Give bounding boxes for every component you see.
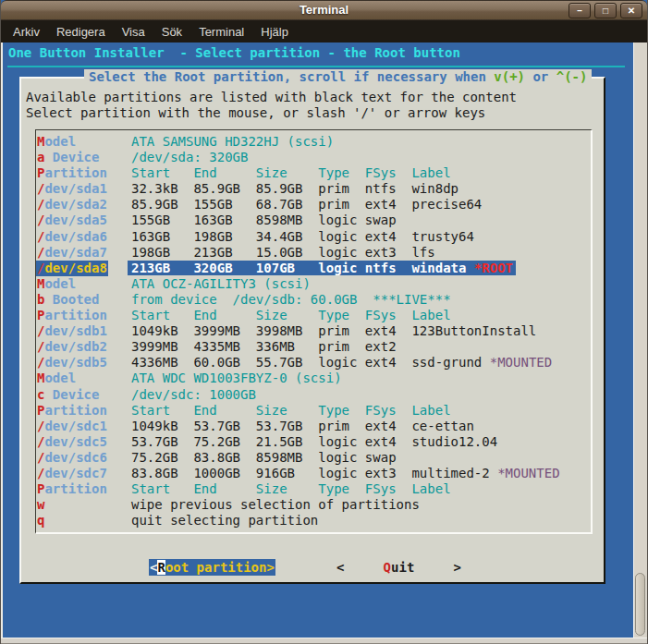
menu-bar: Arkiv Redigera Visa Sök Terminal Hjälp <box>1 20 647 43</box>
list-row-quit[interactable]: qquit selecting partition <box>36 513 591 529</box>
list-row-sda5[interactable]: /dev/sda5155GB 163GB 8598MB logic swap <box>36 213 591 228</box>
row-tag: /dev/sda5 <box>37 213 131 228</box>
list-row-sda2[interactable]: /dev/sda285.9GB 155GB 68.7GB prim ext4 p… <box>36 197 591 213</box>
list-row-partition-header: PartitionStart End Size Type FSys Label <box>36 165 591 181</box>
scroll-up-hint: ^(-) <box>556 69 588 84</box>
terminal-screen: One Button Installer - Select partition … <box>1 43 633 638</box>
row-tag: /dev/sdb5 <box>37 355 131 371</box>
row-tag: /dev/sdc1 <box>37 419 131 434</box>
row-tag: /dev/sda2 <box>37 197 131 213</box>
list-row-booted: b Bootedfrom device /dev/sdb: 60.0GB ***… <box>36 292 591 308</box>
partition-list: ModelATA SAMSUNG HD322HJ (scsi) a Device… <box>35 129 593 534</box>
backtitle-separator <box>7 66 625 67</box>
list-row-sdc1[interactable]: /dev/sdc11049kB 53.7GB 53.7GB prim ext4 … <box>36 419 591 434</box>
maximize-icon: □ <box>603 6 608 16</box>
list-row-device: c Device/dev/sdc: 1000GB <box>36 387 591 403</box>
close-icon: ✕ <box>628 6 635 16</box>
dialog-title: Select the Root partition, scroll if nec… <box>84 69 592 84</box>
list-row-sda1[interactable]: /dev/sda132.3kB 85.9GB 85.9GB prim ntfs … <box>36 181 591 197</box>
help-line-1: Available partitions are listed with bla… <box>26 90 517 104</box>
row-tag: /dev/sdc6 <box>37 450 131 466</box>
list-row-sda8-selected[interactable]: /dev/sda8213GB 320GB 107GB logic ntfs wi… <box>36 261 591 276</box>
minimize-button[interactable]: – <box>569 3 591 18</box>
minimize-icon: – <box>577 6 582 16</box>
list-row-sdc6[interactable]: /dev/sdc675.2GB 83.8GB 8598MB logic swap <box>36 450 591 466</box>
backtitle: One Button Installer - Select partition … <box>8 45 460 60</box>
scroll-down-hint: v(+) <box>494 69 525 84</box>
row-tag: Model <box>37 371 131 386</box>
row-tag: /dev/sda7 <box>37 245 131 261</box>
menu-item-terminal[interactable]: Terminal <box>190 22 252 42</box>
list-row-sdc5[interactable]: /dev/sdc553.7GB 75.2GB 21.5GB logic ext4… <box>36 434 591 450</box>
window-bottom-frame <box>1 638 647 644</box>
row-tag: /dev/sdb2 <box>37 339 131 355</box>
help-line-2: Select partition with the mouse, or slas… <box>26 105 485 120</box>
row-tag: w <box>37 497 131 513</box>
row-tag: /dev/sda8 <box>37 261 131 276</box>
row-tag: Partition <box>37 403 131 419</box>
row-tag: /dev/sdc5 <box>37 434 131 450</box>
row-tag: /dev/sdc7 <box>37 466 131 481</box>
maximize-button[interactable]: □ <box>594 3 617 18</box>
list-row-sdb5[interactable]: /dev/sdb54336MB 60.0GB 55.7GB logic ext4… <box>36 355 591 371</box>
row-tag: c Device <box>37 387 131 403</box>
menu-item-arkiv[interactable]: Arkiv <box>5 22 48 42</box>
row-tag: b Booted <box>37 292 131 308</box>
list-row-sdc7[interactable]: /dev/sdc783.8GB 1000GB 916GB logic ext3 … <box>36 466 591 481</box>
list-row-sda6[interactable]: /dev/sda6163GB 198GB 34.4GB logic ext4 t… <box>36 229 591 245</box>
list-row-model: ModelATA SAMSUNG HD322HJ (scsi) <box>36 134 591 150</box>
row-tag: Partition <box>37 165 131 181</box>
list-row-partition-header: PartitionStart End Size Type FSys Label <box>36 308 591 323</box>
list-row-model: ModelATA OCZ-AGILITY3 (scsi) <box>36 276 591 292</box>
list-row-partition-header: PartitionStart End Size Type FSys Label <box>36 403 591 419</box>
terminal-window: Terminal – □ ✕ Arkiv Redigera Visa Sök T… <box>0 0 648 644</box>
close-button[interactable]: ✕ <box>620 3 642 18</box>
row-tag: Partition <box>37 308 131 323</box>
mounted-flag: *MOUNTED <box>497 466 559 480</box>
scrollbar-thumb[interactable] <box>635 573 645 636</box>
partition-dialog: Select the Root partition, scroll if nec… <box>19 77 605 584</box>
row-tag: a Device <box>37 150 131 165</box>
row-tag: q <box>37 513 131 529</box>
list-row-sda7[interactable]: /dev/sda7198GB 213GB 15.0GB logic ext3 l… <box>36 245 591 261</box>
root-partition-button[interactable]: <Root partition> <box>149 559 275 576</box>
row-tag: Model <box>37 134 131 150</box>
menu-item-visa[interactable]: Visa <box>114 22 153 42</box>
terminal-scrollbar[interactable] <box>633 43 647 638</box>
list-row-wipe[interactable]: wwipe previous selection of partitions <box>36 497 591 513</box>
menu-item-redigera[interactable]: Redigera <box>48 22 114 42</box>
menu-item-sok[interactable]: Sök <box>153 22 190 42</box>
window-titlebar[interactable]: Terminal – □ ✕ <box>1 0 647 20</box>
row-tag: Partition <box>37 481 131 497</box>
list-row-sdb1[interactable]: /dev/sdb11049kB 3999MB 3998MB prim ext4 … <box>36 323 591 339</box>
mounted-flag: *MOUNTED <box>490 355 552 370</box>
row-tag: /dev/sda1 <box>37 181 131 197</box>
row-tag: /dev/sdb1 <box>37 323 131 339</box>
menu-item-hjalp[interactable]: Hjälp <box>252 22 297 42</box>
window-title: Terminal <box>1 3 647 17</box>
row-tag: /dev/sda6 <box>37 229 131 245</box>
root-flag: *ROOT <box>474 261 513 275</box>
list-row-partition-header: PartitionStart End Size Type FSys Label <box>36 481 591 497</box>
list-row-model: ModelATA WDC WD1003FBYZ-0 (scsi) <box>36 371 591 386</box>
quit-button[interactable]: < Quit > <box>336 559 461 576</box>
list-row-sdb2[interactable]: /dev/sdb23999MB 4335MB 336MB prim ext2 <box>36 339 591 355</box>
list-row-device: a Device/dev/sda: 320GB <box>36 150 591 165</box>
row-tag: Model <box>37 276 131 292</box>
